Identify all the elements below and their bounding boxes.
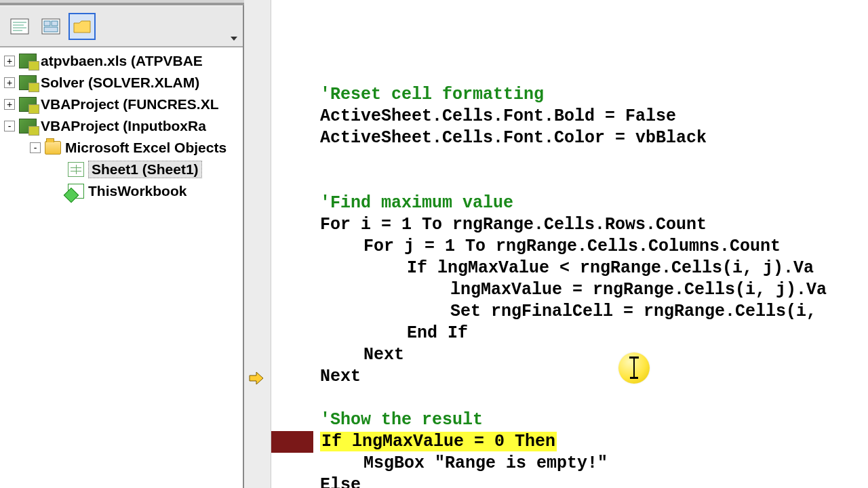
tree-label: ThisWorkbook — [88, 183, 186, 199]
code-line[interactable]: 'Show the result — [271, 409, 868, 431]
tree-node-funcres[interactable]: + VBAProject (FUNCRES.XL — [0, 94, 243, 115]
breakpoint-marker — [271, 431, 313, 453]
code-editor[interactable]: 'Reset cell formattingActiveSheet.Cells.… — [271, 0, 868, 488]
text-cursor-highlight-icon — [618, 352, 650, 384]
breakpoint-gutter[interactable] — [244, 0, 271, 488]
tree-label: Solver (SOLVER.XLAM) — [41, 75, 199, 91]
code-line[interactable]: 'Reset cell formatting — [271, 84, 868, 106]
worksheet-icon — [68, 162, 84, 177]
code-line[interactable]: End If — [271, 323, 868, 344]
tree-node-atpvbaen[interactable]: + atpvbaen.xls (ATPVBAE — [0, 50, 243, 72]
tree-node-inputboxra[interactable]: - VBAProject (InputboxRa — [0, 115, 243, 137]
expand-icon[interactable]: + — [4, 99, 15, 110]
view-code-icon[interactable] — [6, 13, 33, 40]
vba-project-icon — [19, 54, 37, 68]
code-line[interactable]: Next — [271, 366, 868, 388]
svg-rect-6 — [44, 21, 50, 26]
code-line[interactable] — [271, 171, 868, 192]
vba-project-icon — [19, 97, 37, 112]
workbook-icon — [68, 184, 84, 199]
project-explorer-toolbar — [0, 5, 243, 47]
tree-label: Sheet1 (Sheet1) — [88, 161, 202, 178]
code-line[interactable] — [271, 149, 868, 171]
toggle-folders-icon[interactable] — [68, 13, 96, 40]
vba-project-icon — [19, 75, 37, 90]
code-line[interactable] — [271, 388, 868, 409]
code-line[interactable]: If lngMaxValue < rngRange.Cells(i, j).Va — [271, 258, 868, 279]
code-line[interactable]: lngMaxValue = rngRange.Cells(i, j).Va — [271, 279, 868, 301]
code-line[interactable]: MsgBox "Range is empty!" — [271, 453, 868, 474]
execution-pointer-icon — [248, 371, 264, 385]
expand-icon[interactable]: + — [4, 77, 15, 88]
code-line[interactable]: Else — [271, 474, 868, 488]
tree-label: VBAProject (FUNCRES.XL — [41, 96, 219, 113]
current-execution-line: If lngMaxValue = 0 Then — [320, 432, 557, 451]
project-explorer-panel: + atpvbaen.xls (ATPVBAE + Solver (SOLVER… — [0, 0, 244, 488]
tree-label: Microsoft Excel Objects — [65, 140, 226, 156]
tree-node-solver[interactable]: + Solver (SOLVER.XLAM) — [0, 72, 243, 94]
tree-node-thisworkbook[interactable]: ThisWorkbook — [0, 180, 243, 202]
code-line[interactable]: For i = 1 To rngRange.Cells.Rows.Count — [271, 214, 868, 236]
svg-rect-0 — [11, 19, 28, 34]
code-line[interactable]: If lngMaxValue = 0 Then — [271, 431, 868, 453]
tree-node-excel-objects[interactable]: - Microsoft Excel Objects — [0, 137, 243, 159]
toolbar-overflow-icon[interactable] — [229, 34, 239, 43]
collapse-icon[interactable]: - — [30, 142, 41, 153]
code-line[interactable]: For j = 1 To rngRange.Cells.Columns.Coun… — [271, 236, 868, 258]
svg-rect-7 — [52, 21, 58, 26]
tree-label: atpvbaen.xls (ATPVBAE — [41, 53, 203, 69]
view-object-icon[interactable] — [37, 13, 64, 40]
code-line[interactable]: 'Find maximum value — [271, 192, 868, 214]
folder-icon — [45, 141, 61, 155]
code-line[interactable]: ActiveSheet.Cells.Font.Color = vbBlack — [271, 127, 868, 149]
code-line[interactable]: Set rngFinalCell = rngRange.Cells(i, — [271, 301, 868, 323]
project-tree[interactable]: + atpvbaen.xls (ATPVBAE + Solver (SOLVER… — [0, 47, 243, 488]
expand-icon[interactable]: + — [4, 56, 15, 66]
vba-project-icon — [19, 119, 37, 134]
code-editor-panel: 'Reset cell formattingActiveSheet.Cells.… — [244, 0, 868, 488]
collapse-icon[interactable]: - — [4, 121, 15, 131]
tree-label: VBAProject (InputboxRa — [41, 118, 206, 134]
svg-rect-8 — [44, 27, 58, 32]
code-line[interactable]: ActiveSheet.Cells.Font.Bold = False — [271, 106, 868, 127]
tree-node-sheet1[interactable]: Sheet1 (Sheet1) — [0, 159, 243, 180]
code-line[interactable]: Next — [271, 344, 868, 366]
